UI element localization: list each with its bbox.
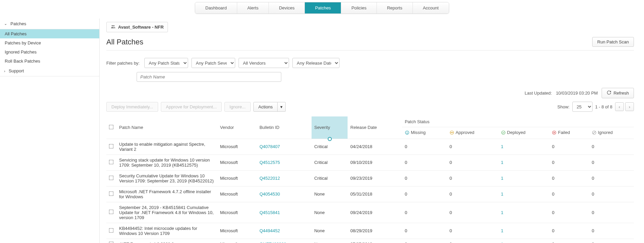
table-row: Update to enable mitigation against Spec… xyxy=(106,139,634,154)
cell-severity: Critical xyxy=(312,139,348,154)
filter-row: Filter patches by: Any Patch Status Any … xyxy=(106,58,634,69)
cell-approved: 0 xyxy=(447,202,498,223)
svg-line-14 xyxy=(593,131,595,134)
svg-point-8 xyxy=(453,132,453,133)
bulletin-link[interactable]: Q4494452 xyxy=(259,228,280,233)
bulletin-link[interactable]: Q4512575 xyxy=(259,160,280,165)
topnav-item-alerts[interactable]: Alerts xyxy=(237,2,269,13)
filter-patch-severity[interactable]: Any Patch Severity xyxy=(191,58,235,68)
sidebar-item-patches-by-device[interactable]: Patches by Device xyxy=(0,38,99,47)
actions-button[interactable]: Actions xyxy=(253,102,278,112)
col-missing[interactable]: Missing xyxy=(402,127,447,139)
bulletin-link[interactable]: Q4515841 xyxy=(259,210,280,215)
topnav-item-patches[interactable]: Patches xyxy=(305,2,341,13)
cell-missing: 0 xyxy=(402,154,447,170)
sidebar-section-patches[interactable]: ⌄Patches xyxy=(0,19,99,29)
filter-patch-status[interactable]: Any Patch Status xyxy=(144,58,188,68)
bulletin-link[interactable]: Q4522012 xyxy=(259,176,280,181)
next-page-button[interactable]: › xyxy=(625,102,634,111)
cell-severity: None xyxy=(312,223,348,239)
filter-patch-name-input[interactable] xyxy=(137,72,281,82)
page-title: All Patches xyxy=(106,38,143,46)
count-link[interactable]: 1 xyxy=(501,192,503,197)
col-severity[interactable]: Severity xyxy=(312,116,348,139)
cell-release-date: 05/31/2018 xyxy=(348,186,402,202)
cell-missing: 0 xyxy=(402,170,447,186)
row-checkbox[interactable] xyxy=(109,175,114,180)
cell-failed: 0 xyxy=(549,186,589,202)
cell-ignored: 0 xyxy=(589,154,634,170)
count-link[interactable]: 1 xyxy=(501,242,503,243)
row-checkbox[interactable] xyxy=(109,191,114,196)
cell-patch-name: .NET Framework 4.8.3928.0 xyxy=(116,239,217,243)
row-checkbox[interactable] xyxy=(109,160,114,164)
cell-failed: 0 xyxy=(549,223,589,239)
svg-point-0 xyxy=(112,25,113,27)
cell-missing: 0 xyxy=(402,139,447,154)
sidebar: ⌄PatchesAll PatchesPatches by DeviceIgno… xyxy=(0,19,100,243)
divider xyxy=(106,50,634,50)
cell-release-date: 09/24/2019 xyxy=(348,202,402,223)
cell-ignored: 0 xyxy=(589,202,634,223)
chevron-down-icon[interactable]: ▾ xyxy=(278,102,286,112)
cell-failed: 0 xyxy=(549,202,589,223)
count-link[interactable]: 1 xyxy=(501,144,503,149)
row-checkbox[interactable] xyxy=(109,210,114,214)
cell-missing: 0 xyxy=(402,202,447,223)
table-row: Microsoft .NET Framework 4.7.2 offline i… xyxy=(106,186,634,202)
prev-page-button[interactable]: ‹ xyxy=(615,102,624,111)
svg-point-4 xyxy=(407,133,407,134)
cell-severity: Critical xyxy=(312,170,348,186)
topnav-item-policies[interactable]: Policies xyxy=(341,2,377,13)
row-checkbox[interactable] xyxy=(109,241,114,243)
col-failed[interactable]: Failed xyxy=(549,127,589,139)
row-checkbox[interactable] xyxy=(109,228,114,233)
cell-deployed: 1 xyxy=(498,186,549,202)
col-bulletin[interactable]: Bulletin ID xyxy=(257,116,312,139)
bulletin-link[interactable]: Q4054530 xyxy=(259,192,280,197)
topnav-item-reports[interactable]: Reports xyxy=(377,2,413,13)
count-link[interactable]: 1 xyxy=(501,160,503,165)
cell-missing: 0 xyxy=(402,186,447,202)
col-vendor[interactable]: Vendor xyxy=(217,116,257,139)
cell-patch-name: Update to enable mitigation against Spec… xyxy=(116,139,217,154)
count-link[interactable]: 1 xyxy=(501,228,503,233)
table-row: KB4494452: Intel microcode updates for W… xyxy=(106,223,634,239)
table-row: Security Cumulative Update for Windows 1… xyxy=(106,170,634,186)
topnav-item-devices[interactable]: Devices xyxy=(269,2,305,13)
col-release-date[interactable]: Release Date xyxy=(348,116,402,139)
col-deployed[interactable]: Deployed xyxy=(498,127,549,139)
run-patch-scan-button[interactable]: Run Patch Scan xyxy=(592,37,634,47)
count-link[interactable]: 1 xyxy=(501,176,503,181)
bulletin-link[interactable]: QNET483928 xyxy=(259,242,286,243)
cell-vendor: Microsoft xyxy=(217,186,257,202)
topnav-item-account[interactable]: Account xyxy=(413,2,449,13)
col-patch-name[interactable]: Patch Name xyxy=(116,116,217,139)
col-approved[interactable]: Approved xyxy=(447,127,498,139)
actions-dropdown[interactable]: Actions ▾ xyxy=(253,102,286,112)
col-ignored[interactable]: Ignored xyxy=(589,127,634,139)
cell-release-date: 08/29/2019 xyxy=(348,223,402,239)
topnav-item-dashboard[interactable]: Dashboard xyxy=(195,2,237,13)
count-link[interactable]: 1 xyxy=(501,210,503,215)
sidebar-item-all-patches[interactable]: All Patches xyxy=(0,29,99,38)
filter-release-date[interactable]: Any Release Date xyxy=(292,58,339,68)
sidebar-item-ignored-patches[interactable]: Ignored Patches xyxy=(0,47,99,57)
refresh-button[interactable]: Refresh xyxy=(602,88,634,98)
select-all-checkbox[interactable] xyxy=(109,125,114,129)
chevron-right-icon: › xyxy=(4,69,5,73)
patches-table: Patch Name Vendor Bulletin ID Severity R… xyxy=(106,116,634,243)
row-checkbox[interactable] xyxy=(109,144,114,148)
sidebar-section-support[interactable]: ›Support xyxy=(0,66,99,76)
table-row: .NET Framework 4.8.3928.0MicrosoftQNET48… xyxy=(106,239,634,243)
svg-point-1 xyxy=(113,25,115,27)
show-count-select[interactable]: 25 xyxy=(572,102,593,112)
cell-release-date: 09/10/2019 xyxy=(348,154,402,170)
cell-deployed: 1 xyxy=(498,139,549,154)
bulletin-link[interactable]: Q4078407 xyxy=(259,144,280,149)
cell-deployed: 1 xyxy=(498,239,549,243)
cell-severity: None xyxy=(312,239,348,243)
group-badge[interactable]: Avast_Software - NFR xyxy=(106,22,168,32)
filter-vendor[interactable]: All Vendors xyxy=(239,58,289,68)
sidebar-item-roll-back-patches[interactable]: Roll Back Patches xyxy=(0,57,99,66)
